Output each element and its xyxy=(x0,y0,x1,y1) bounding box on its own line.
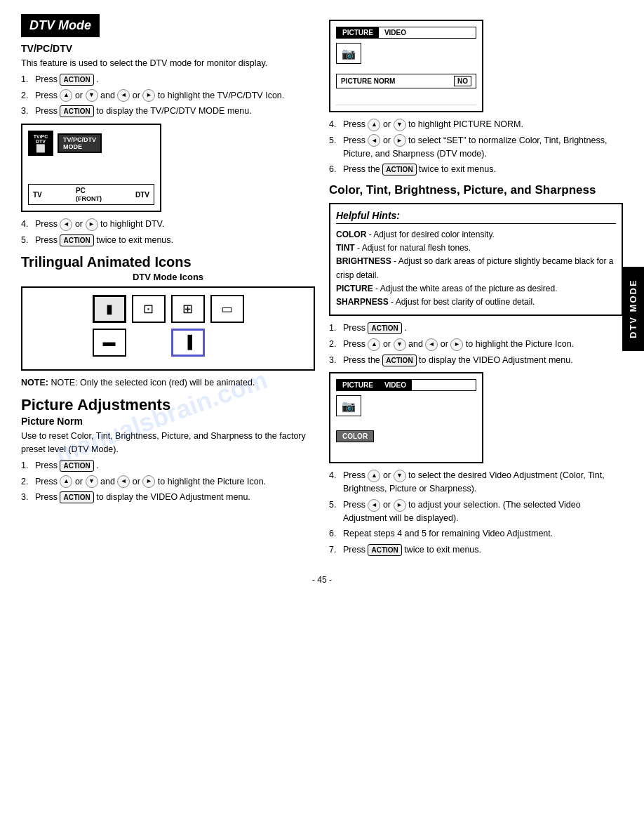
menu-highlight: TV/PC/DTVMODE xyxy=(58,133,102,153)
hint-picture: PICTURE - Adjust the white areas of the … xyxy=(336,282,616,296)
icon-split: ▐ xyxy=(171,329,205,357)
option-pc: PC(FRONT) xyxy=(76,187,102,202)
pn-right-step-6: 6. Press the ACTION twice to exit menus. xyxy=(329,163,623,176)
icon-spacer xyxy=(132,329,166,357)
icons-diagram: ▮ ⊡ ⊞ ▭ ▬ ▐ xyxy=(21,286,315,371)
step-3: 3. Press ACTION to display the TV/PC/DTV… xyxy=(21,105,315,118)
action-btn-ct2: ACTION xyxy=(382,355,416,366)
action-btn-1: ACTION xyxy=(60,74,93,86)
page-number: - 45 - xyxy=(21,575,623,585)
icon-cinema: ▬ xyxy=(93,329,126,357)
no-badge: NO xyxy=(454,76,471,86)
picture-adjustments-section: Picture Adjustments Picture Norm Use to … xyxy=(21,396,315,504)
left-column: DTV Mode TV/PC/DTV This feature is used … xyxy=(21,14,315,561)
action-btn-3: ACTION xyxy=(60,234,93,246)
menu-options-row: TV PC(FRONT) DTV xyxy=(28,184,154,205)
left-icon-pn: ◄ xyxy=(117,475,130,488)
color-label-row: COLOR xyxy=(336,426,476,442)
icons-note: NOTE: NOTE: Only the selected icon (red)… xyxy=(21,376,315,390)
left-icon: ◄ xyxy=(117,89,130,102)
down-ct2: ▼ xyxy=(394,470,406,482)
picture-icon-area-2: 📷 xyxy=(336,395,361,416)
action-btn-ct3: ACTION xyxy=(368,544,401,556)
down-pnr: ▼ xyxy=(394,119,406,131)
hint-sharpness: SHARPNESS - Adjust for best clarity of o… xyxy=(336,296,616,309)
menu-icon: TV/PC DTV ⬜ xyxy=(28,131,53,156)
up-icon: ▲ xyxy=(60,89,72,102)
hint-color: COLOR - Adjust for desired color intensi… xyxy=(336,228,616,241)
ct-step-1: 1. Press ACTION . xyxy=(329,322,623,335)
picture-norm-row: PICTURE NORM NO xyxy=(336,74,476,88)
tv-pc-dtv-title: TV/PC/DTV xyxy=(21,43,315,54)
action-btn-2: ACTION xyxy=(60,105,93,117)
trilingual-title: Trilingual Animated Icons xyxy=(21,254,315,270)
ct-step-2: 2. Press ▲ or ▼ and ◄ or ► to highlight … xyxy=(329,338,623,351)
down-icon: ▼ xyxy=(86,89,98,102)
action-btn-pn1: ACTION xyxy=(60,460,93,472)
hint-brightness: BRIGHTNESS - Adjust so dark areas of pic… xyxy=(336,255,616,282)
picture-adj-title: Picture Adjustments xyxy=(21,396,315,414)
right-icon-pn: ► xyxy=(142,475,155,488)
icon-spacer2 xyxy=(210,329,244,357)
tv-pc-dtv-section: TV/PC/DTV This feature is used to select… xyxy=(21,43,315,247)
right-pnr: ► xyxy=(394,134,406,147)
picture-icon-area: 📷 xyxy=(336,43,361,64)
left-ct: ◄ xyxy=(425,338,438,351)
icon-grid: ⊞ xyxy=(171,295,205,323)
pn-right-step-4: 4. Press ▲ or ▼ to highlight PICTURE NOR… xyxy=(329,118,623,131)
color-tint-title: Color, Tint, Brightness, Picture, and Sh… xyxy=(329,183,623,197)
right-icon-2: ► xyxy=(86,218,98,231)
tvpcdtv-menu-diagram: TV/PC DTV ⬜ TV/PC/DTVMODE TV PC(FRONT) D… xyxy=(21,124,161,212)
action-btn-pnr: ACTION xyxy=(382,164,416,176)
up-ct2: ▲ xyxy=(368,470,380,482)
tv-pc-dtv-description: This feature is used to select the DTV m… xyxy=(21,57,315,70)
icon-monitor-fill: ▮ xyxy=(93,295,126,323)
icon-wide: ▭ xyxy=(210,295,244,323)
picture-tab: PICTURE xyxy=(337,27,379,38)
helpful-hints-title: Helpful Hints: xyxy=(336,210,616,224)
right-column: PICTURE VIDEO 📷 PICTURE NORM NO 4. Press… xyxy=(329,14,623,561)
left-icon-2: ◄ xyxy=(60,218,72,231)
hint-tint: TINT - Adjust for natural flesh tones. xyxy=(336,241,616,255)
action-btn-pn2: ACTION xyxy=(60,491,93,503)
picture-norm-diagram: PICTURE VIDEO 📷 PICTURE NORM NO xyxy=(329,20,483,112)
option-tv: TV xyxy=(33,191,42,199)
picture-norm-label: PICTURE NORM xyxy=(341,77,395,85)
video-tab: VIDEO xyxy=(379,27,412,38)
trilingual-section: Trilingual Animated Icons DTV Mode Icons… xyxy=(21,254,315,390)
color-video-diagram: PICTURE VIDEO 📷 COLOR xyxy=(329,372,483,463)
right-ct: ► xyxy=(450,338,463,351)
pn-step-3: 3. Press ACTION to display the VIDEO Adj… xyxy=(21,491,315,504)
pn-right-step-5: 5. Press ◄ or ► to select “SET” to norma… xyxy=(329,134,623,161)
icon-pip: ⊡ xyxy=(132,295,166,323)
option-dtv: DTV xyxy=(135,191,149,199)
ct-step-6: 6. Repeat steps 4 and 5 for remaining Vi… xyxy=(329,527,623,541)
video-tab-2: VIDEO xyxy=(379,380,412,390)
ct-step-5: 5. Press ◄ or ► to adjust your selection… xyxy=(329,498,623,525)
picture-norm-title: Picture Norm xyxy=(21,416,315,427)
helpful-hints-box: Helpful Hints: COLOR - Adjust for desire… xyxy=(329,203,623,316)
up-pnr: ▲ xyxy=(368,119,380,131)
left-ct2: ◄ xyxy=(368,499,380,512)
step-5: 5. Press ACTION twice to exit menus. xyxy=(21,234,315,247)
dtv-mode-sidebar: DTV MODE xyxy=(622,267,644,351)
left-pnr: ◄ xyxy=(368,134,380,147)
pn-step-2: 2. Press ▲ or ▼ and ◄ or ► to highlight … xyxy=(21,475,315,489)
step-1: 1. Press ACTION . xyxy=(21,73,315,86)
up-ct: ▲ xyxy=(368,338,380,351)
step-2: 2. Press ▲ or ▼ and ◄ or ► to highlight … xyxy=(21,89,315,102)
pn-step-1: 1. Press ACTION . xyxy=(21,459,315,472)
picture-tab-2: PICTURE xyxy=(337,380,379,390)
dtv-icons-subtitle: DTV Mode Icons xyxy=(21,272,315,282)
dtv-mode-header: DTV Mode xyxy=(21,14,100,37)
step-4: 4. Press ◄ or ► to highlight DTV. xyxy=(21,218,315,231)
down-ct: ▼ xyxy=(394,338,406,351)
ct-step-7: 7. Press ACTION twice to exit menus. xyxy=(329,543,623,557)
ct-step-3: 3. Press the ACTION to display the VIDEO… xyxy=(329,354,623,367)
right-icon: ► xyxy=(142,89,155,102)
down-icon-pn: ▼ xyxy=(86,475,98,488)
ct-step-4: 4. Press ▲ or ▼ to select the desired Vi… xyxy=(329,469,623,496)
up-icon-pn: ▲ xyxy=(60,475,72,488)
action-btn-ct1: ACTION xyxy=(368,322,401,334)
right-ct2: ► xyxy=(394,499,406,512)
